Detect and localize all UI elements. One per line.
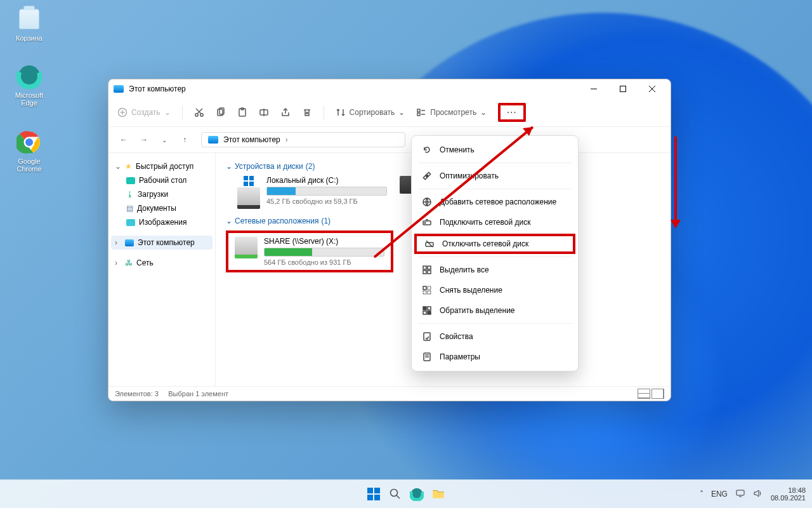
more-button[interactable]: ···: [498, 103, 526, 122]
svg-rect-42: [428, 307, 431, 310]
thispc-icon: [114, 85, 124, 93]
chevron-right-icon: ›: [285, 135, 288, 144]
sort-button[interactable]: Сортировать ⌄: [336, 107, 405, 117]
svg-point-30: [424, 222, 426, 224]
breadcrumb[interactable]: Этот компьютер: [223, 135, 280, 144]
sidebar-this-pc[interactable]: ›Этот компьютер: [111, 236, 213, 250]
paste-button[interactable]: [237, 107, 247, 117]
chevron-down-icon: ⌄: [226, 162, 232, 171]
sidebar-desktop[interactable]: Рабочий стол: [111, 173, 213, 187]
drive-free: 564 ГБ свободно из 931 ГБ: [264, 258, 384, 266]
maximize-button[interactable]: [608, 79, 638, 98]
sidebar-documents[interactable]: ▤Документы: [111, 201, 213, 215]
svg-line-54: [396, 495, 400, 498]
minimize-button[interactable]: [579, 79, 608, 98]
tray-volume-icon[interactable]: [753, 489, 763, 500]
usage-bar: [264, 248, 384, 257]
desktop-icon-recycle-bin[interactable]: Корзина: [6, 6, 52, 42]
menu-options[interactable]: Параметры: [412, 347, 578, 367]
sidebar-downloads[interactable]: ⭳Загрузки: [111, 187, 213, 201]
titlebar[interactable]: Этот компьютер: [108, 79, 671, 98]
tray-chevron-up-icon[interactable]: ˄: [700, 490, 704, 498]
tray-language[interactable]: ENG: [711, 490, 728, 498]
chevron-down-icon[interactable]: ⌄: [157, 137, 172, 144]
status-bar: Элементов: 3 Выбран 1 элемент: [108, 386, 671, 401]
svg-rect-44: [428, 311, 431, 314]
new-button[interactable]: Создать ⌄: [117, 107, 171, 117]
chevron-down-icon: ⌄: [226, 217, 232, 225]
menu-properties[interactable]: Свойства: [412, 326, 578, 347]
sidebar: ⌄★Быстрый доступ Рабочий стол ⭳Загрузки …: [108, 153, 216, 386]
rename-button[interactable]: [259, 107, 269, 117]
pictures-icon: [126, 219, 135, 226]
status-item-count: Элементов: 3: [115, 390, 159, 398]
svg-rect-43: [423, 311, 426, 314]
close-button[interactable]: [638, 79, 667, 98]
thispc-icon: [125, 239, 134, 246]
menu-disconnect-network-drive[interactable]: Отключить сетевой диск: [414, 234, 575, 254]
taskbar[interactable]: ˄ ENG 18:48 08.09.2021: [0, 479, 812, 508]
taskbar-search[interactable]: [387, 486, 403, 502]
explorer-window: Этот компьютер Создать ⌄ Сортировать ⌄ П…: [108, 79, 671, 401]
up-button[interactable]: ↑: [177, 135, 192, 144]
menu-select-all[interactable]: Выделить все: [412, 260, 578, 280]
tray-network-icon[interactable]: [735, 489, 745, 500]
menu-optimize[interactable]: Оптимизировать: [412, 166, 578, 186]
menu-select-none[interactable]: Снять выделение: [412, 280, 578, 300]
svg-rect-40: [428, 291, 431, 294]
forward-button[interactable]: →: [136, 135, 152, 144]
svg-rect-37: [423, 286, 426, 290]
menu-invert-selection[interactable]: Обратить выделение: [412, 300, 578, 321]
sidebar-quick-access[interactable]: ⌄★Быстрый доступ: [111, 159, 213, 173]
menu-undo[interactable]: Отменить: [412, 140, 578, 160]
drive-name: Локальный диск (C:): [266, 176, 387, 185]
copy-button[interactable]: [216, 107, 226, 117]
desktop-icon-chrome[interactable]: Google Chrome: [6, 130, 52, 173]
context-menu: Отменить Оптимизировать Добавить сетевое…: [411, 135, 579, 371]
drive-icon: [237, 187, 260, 209]
desktop-icon-label: Корзина: [6, 34, 52, 42]
drive-name: SHARE (\\Server) (X:): [264, 237, 384, 246]
download-icon: ⭳: [126, 190, 134, 199]
network-icon: 🖧: [125, 258, 133, 267]
desktop-icon-label: Google Chrome: [6, 157, 52, 173]
svg-rect-6: [620, 86, 626, 92]
chevron-down-icon: ⌄: [164, 108, 171, 117]
svg-rect-22: [417, 109, 420, 112]
back-button[interactable]: ←: [116, 135, 131, 144]
drive-x[interactable]: SHARE (\\Server) (X:) 564 ГБ свободно из…: [230, 234, 390, 269]
delete-button[interactable]: [302, 107, 312, 117]
menu-map-network-drive[interactable]: Подключить сетевой диск: [412, 212, 578, 232]
desktop-icon-label: Microsoft Edge: [6, 91, 52, 107]
svg-rect-33: [423, 266, 426, 269]
svg-point-53: [391, 490, 398, 497]
window-title: Этот компьютер: [129, 84, 186, 93]
toolbar: Создать ⌄ Сортировать ⌄ Просмотреть ⌄ ··…: [108, 98, 671, 127]
cut-button[interactable]: [194, 107, 204, 117]
chevron-down-icon: ⌄: [398, 108, 405, 117]
svg-rect-39: [423, 291, 426, 294]
status-selection: Выбран 1 элемент: [168, 390, 228, 398]
svg-rect-36: [428, 271, 431, 274]
taskbar-edge[interactable]: [409, 486, 425, 502]
view-tiles-button[interactable]: [652, 389, 664, 399]
sidebar-network[interactable]: ›🖧Сеть: [111, 256, 213, 270]
thispc-icon: [208, 136, 218, 144]
svg-rect-57: [737, 490, 744, 495]
drive-free: 45,2 ГБ свободно из 59,3 ГБ: [266, 197, 387, 205]
tray-clock[interactable]: 18:48 08.09.2021: [771, 486, 806, 502]
share-button[interactable]: [280, 107, 291, 117]
svg-rect-38: [428, 286, 431, 290]
taskbar-explorer[interactable]: [430, 486, 447, 502]
annotation-highlight-drive: SHARE (\\Server) (X:) 564 ГБ свободно из…: [226, 231, 393, 272]
sidebar-pictures[interactable]: Изображения: [111, 215, 213, 229]
svg-rect-41: [423, 307, 426, 310]
desktop-icon-edge[interactable]: Microsoft Edge: [6, 64, 52, 107]
menu-add-network-location[interactable]: Добавить сетевое расположение: [412, 192, 578, 212]
start-button[interactable]: [365, 486, 382, 502]
view-details-button[interactable]: [638, 389, 650, 399]
svg-rect-34: [428, 266, 431, 269]
chevron-down-icon: ⌄: [480, 108, 487, 117]
view-button[interactable]: Просмотреть ⌄: [416, 107, 487, 117]
address-bar[interactable]: Этот компьютер ›: [201, 132, 405, 147]
